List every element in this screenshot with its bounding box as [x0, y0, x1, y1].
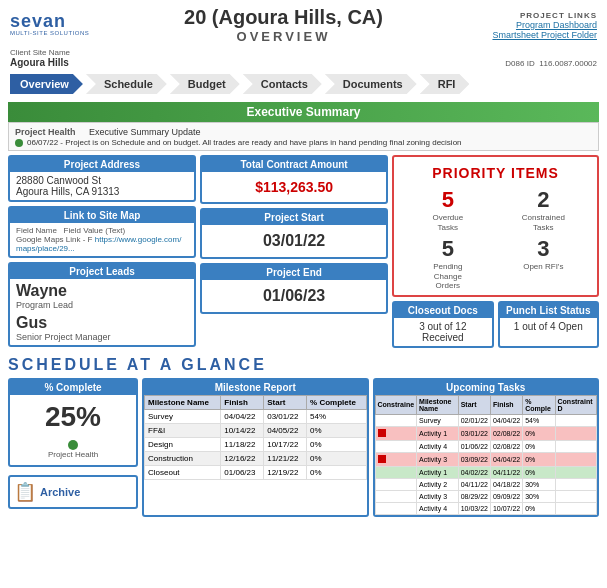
pct-health: Project Health	[14, 439, 132, 459]
punch-list-box: Punch List Status 1 out of 4 Open	[498, 301, 599, 348]
closeout-punch-row: Closeout Docs 3 out of 12 Received Punch…	[392, 301, 599, 348]
table-row: Activity 104/02/2204/11/220%	[375, 466, 597, 478]
pct-header: % Complete	[10, 380, 136, 395]
address-line1: 28880 Canwood St	[16, 175, 188, 186]
table-row: Survey04/04/2203/01/2254%	[145, 409, 367, 423]
upcoming-col-name: Milestone Name	[417, 395, 459, 414]
program-dashboard-link[interactable]: Program Dashboard	[467, 20, 597, 30]
priority-pending-num: 5	[402, 236, 493, 262]
punch-list-value: 1 out of 4 Open	[500, 318, 597, 335]
closeout-docs-value: 3 out of 12 Received	[394, 318, 491, 346]
punch-list-header: Punch List Status	[500, 303, 597, 318]
table-row: Activity 204/11/2204/18/2230%	[375, 478, 597, 490]
health-dot-icon	[68, 440, 78, 450]
table-row: Activity 303/09/2204/04/220%	[375, 452, 597, 466]
project-start-date: 03/01/22	[208, 228, 380, 254]
closeout-docs-header: Closeout Docs	[394, 303, 491, 318]
pct-box: % Complete 25% Project Health	[8, 378, 138, 467]
upcoming-header: Upcoming Tasks	[375, 380, 598, 395]
lead2-name: Gus	[16, 314, 188, 332]
tab-budget[interactable]: Budget	[170, 74, 240, 94]
project-health-label: Project Health	[15, 127, 85, 137]
site-map-header: Link to Site Map	[10, 208, 194, 223]
priority-rfis-label: Open RFI's	[498, 262, 589, 272]
priority-pending-label: PendingChangeOrders	[402, 262, 493, 291]
total-contract-amount: $113,263.50	[208, 175, 380, 199]
field-name-label: Field Name	[16, 226, 57, 235]
priority-overdue: 5 OverdueTasks	[402, 187, 493, 232]
logo-sub: MULTI-SITE SOLUTIONS	[10, 30, 89, 37]
project-leads-box: Project Leads Wayne Program Lead Gus Sen…	[8, 262, 196, 347]
d086-id: 116.0087.00002	[539, 59, 597, 68]
exec-summary-body: Project Health Executive Summary Update …	[8, 122, 599, 151]
priority-overdue-label: OverdueTasks	[402, 213, 493, 232]
tab-schedule[interactable]: Schedule	[86, 74, 167, 94]
milestone-col-pct: % Complete	[307, 395, 366, 409]
project-end-date: 01/06/23	[208, 283, 380, 309]
green-dot-icon	[15, 139, 23, 147]
archive-icon: 📋	[14, 481, 36, 503]
total-contract-body: $113,263.50	[202, 172, 386, 202]
archive-box[interactable]: 📋 Archive	[8, 475, 138, 509]
tab-contacts[interactable]: Contacts	[243, 74, 322, 94]
d086-label: D086 ID	[505, 59, 534, 68]
table-row: Construction12/16/2211/21/220%	[145, 451, 367, 465]
project-end-box: Project End 01/06/23	[200, 263, 388, 314]
tab-documents[interactable]: Documents	[325, 74, 417, 94]
project-end-header: Project End	[202, 265, 386, 280]
upcoming-col-constraint: Constraine	[375, 395, 417, 414]
priority-pending: 5 PendingChangeOrders	[402, 236, 493, 291]
total-contract-box: Total Contract Amount $113,263.50	[200, 155, 388, 204]
project-address-body: 28880 Canwood St Agoura Hills, CA 91313	[10, 172, 194, 200]
table-row: Activity 103/01/2202/08/220%	[375, 426, 597, 440]
tab-rfi[interactable]: RFI	[420, 74, 470, 94]
table-row: FF&I10/14/2204/05/220%	[145, 423, 367, 437]
priority-rfis-num: 3	[498, 236, 589, 262]
pct-complete-col: % Complete 25% Project Health 📋 Archive	[8, 378, 138, 517]
table-row: Survey02/01/2204/04/2254%	[375, 414, 597, 426]
milestone-table: Milestone Name Finish Start % Complete S…	[144, 395, 367, 480]
milestone-col-name: Milestone Name	[145, 395, 221, 409]
header-title: 20 (Agoura Hills, CA) OVERVIEW	[100, 6, 467, 44]
schedule-grid: % Complete 25% Project Health 📋 Archive …	[8, 378, 599, 517]
project-end-body: 01/06/23	[202, 280, 386, 312]
client-name: Agoura Hills	[10, 57, 70, 68]
nav-tabs: Overview Schedule Budget Contacts Docume…	[0, 70, 607, 98]
milestone-col-finish: Finish	[221, 395, 264, 409]
pct-number: 25%	[14, 401, 132, 433]
project-links-title: PROJECT LINKS	[467, 11, 597, 20]
page-title: 20 (Agoura Hills, CA)	[100, 6, 467, 29]
priority-header: PRIORITY ITEMS	[398, 161, 593, 187]
table-row: Activity 410/03/2210/07/220%	[375, 502, 597, 514]
field-name-row: Field Name Field Value (Text)	[16, 226, 188, 235]
table-row: Design11/18/2210/17/220%	[145, 437, 367, 451]
project-start-box: Project Start 03/01/22	[200, 208, 388, 259]
upcoming-tasks-box: Upcoming Tasks Constraine Milestone Name…	[373, 378, 600, 517]
tab-overview[interactable]: Overview	[10, 74, 83, 94]
smartsheet-link[interactable]: Smartsheet Project Folder	[467, 30, 597, 40]
table-row: Activity 401/06/2202/08/220%	[375, 440, 597, 452]
field-name-value: Field Value (Text)	[64, 226, 126, 235]
maps-link-row: Google Maps Link - F https://www.google.…	[16, 235, 188, 253]
table-row: Activity 308/29/2209/09/2230%	[375, 490, 597, 502]
exec-note-text: 06/07/22 - Project is on Schedule and on…	[27, 138, 462, 147]
lead1-role: Program Lead	[16, 300, 188, 310]
upcoming-col-start: Start	[458, 395, 490, 414]
priority-constrained-num: 2	[498, 187, 589, 213]
constraint-red-icon	[378, 455, 386, 463]
project-health-label-schedule: Project Health	[48, 450, 98, 459]
upcoming-table: Constraine Milestone Name Start Finish %…	[375, 395, 598, 515]
client-row: Client Site Name Agoura Hills D086 ID 11…	[0, 46, 607, 70]
client-info: Client Site Name Agoura Hills	[10, 48, 70, 68]
schedule-header: SCHEDULE AT A GLANCE	[0, 352, 607, 376]
archive-label: Archive	[40, 486, 80, 498]
upcoming-col-finish: Finish	[490, 395, 522, 414]
header: sevan MULTI-SITE SOLUTIONS 20 (Agoura Hi…	[0, 0, 607, 46]
upcoming-col-pct: % Comple	[523, 395, 555, 414]
page-subtitle: OVERVIEW	[100, 29, 467, 44]
priority-rfis: 3 Open RFI's	[498, 236, 589, 291]
total-contract-header: Total Contract Amount	[202, 157, 386, 172]
closeout-docs-box: Closeout Docs 3 out of 12 Received	[392, 301, 493, 348]
project-health-value: Executive Summary Update	[89, 127, 201, 137]
pct-body: 25% Project Health	[10, 395, 136, 465]
